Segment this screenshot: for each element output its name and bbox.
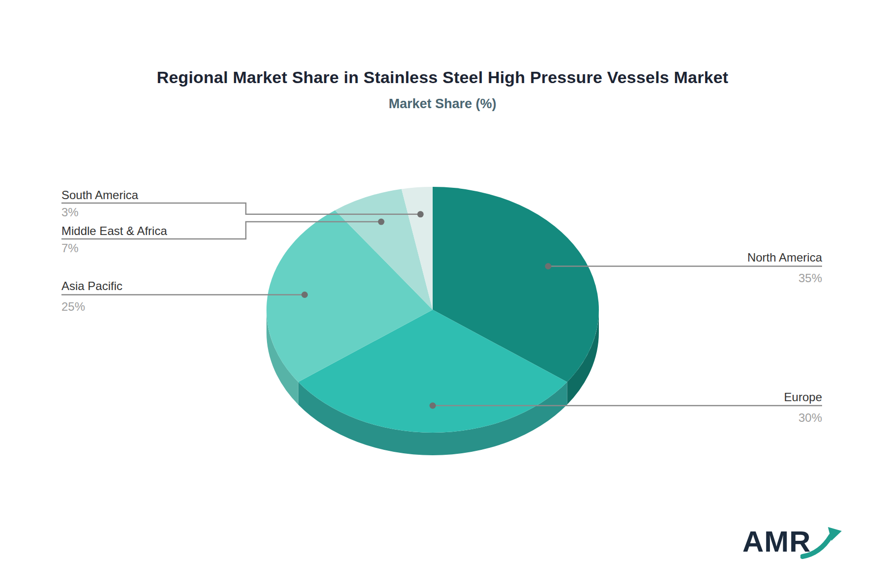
slice-label: Europe [784, 389, 822, 406]
pie-slices-group [266, 187, 599, 433]
slice-label: Middle East & Africa [61, 223, 167, 239]
chart-canvas: Regional Market Share in Stainless Steel… [0, 0, 885, 588]
slice-label: Asia Pacific [61, 278, 122, 294]
slice-label: South America [61, 187, 138, 203]
amr-logo: AMR [742, 527, 836, 566]
callout-north-america: North America 35% [747, 249, 822, 285]
slice-label: North America [747, 249, 822, 266]
leader-dot-south-america [417, 211, 424, 217]
callout-middle-east-africa: Middle East & Africa 7% [61, 223, 167, 255]
slice-value: 35% [747, 272, 822, 285]
pie-chart-svg [0, 0, 885, 588]
slice-value: 3% [61, 206, 138, 219]
leader-dot-north-america [545, 263, 551, 269]
slice-value: 25% [61, 300, 122, 313]
leader-dot-middle-east-africa [378, 219, 384, 225]
slice-value: 7% [61, 242, 167, 255]
slice-value: 30% [784, 412, 822, 424]
leader-dot-europe [430, 403, 436, 409]
logo-arrow-icon [800, 526, 843, 562]
callout-europe: Europe 30% [784, 389, 822, 424]
leader-dot-asia-pacific [301, 292, 308, 298]
callout-asia-pacific: Asia Pacific 25% [61, 278, 122, 313]
callout-south-america: South America 3% [61, 187, 138, 219]
